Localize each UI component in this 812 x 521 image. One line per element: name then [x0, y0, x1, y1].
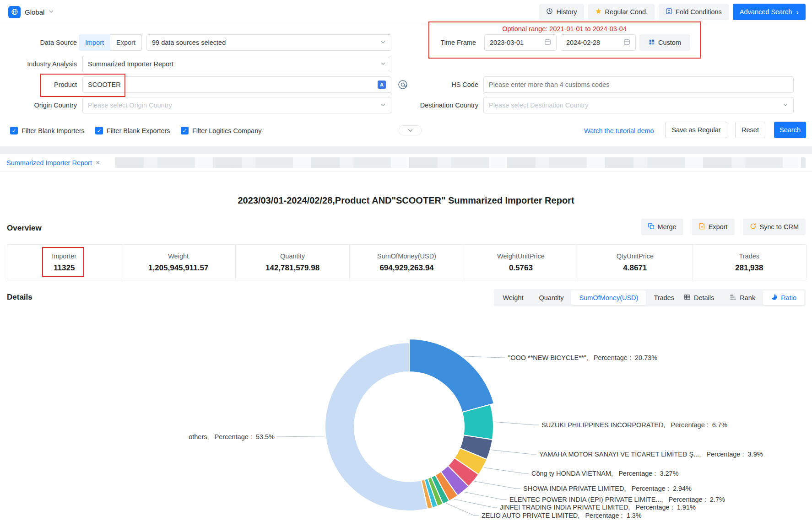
filter-logistics-company-checkbox[interactable]: ✓ Filter Logitics Company	[181, 127, 262, 134]
stat-label: Quantity	[280, 252, 305, 260]
origin-country-placeholder: Please select Origin Country	[88, 102, 377, 109]
stat-weight-unit-price: WeightUnitPrice 0.5763	[464, 245, 578, 280]
start-date-input[interactable]: 2023-03-01	[484, 34, 557, 51]
stat-label: QtyUnitPrice	[617, 252, 654, 260]
merge-icon	[648, 223, 655, 231]
sync-to-crm-button[interactable]: Sync to CRM	[743, 219, 806, 235]
label-line	[491, 450, 536, 454]
label-line	[494, 422, 539, 425]
export-tab[interactable]: Export	[110, 34, 142, 51]
data-sources-value: 99 data sources selected	[152, 39, 377, 46]
view-tab-rank[interactable]: Rank	[722, 290, 763, 305]
stat-trades: Trades 281,938	[692, 245, 806, 280]
custom-label: Custom	[658, 39, 681, 46]
history-button[interactable]: History	[539, 4, 584, 20]
stat-value: 0.5763	[509, 263, 533, 273]
regular-cond-label: Regular Cond.	[605, 8, 648, 16]
product-field: A	[82, 76, 391, 93]
view-tab-group: Details Rank Ratio	[675, 289, 806, 306]
export-button[interactable]: Export	[692, 219, 735, 235]
industry-analysis-label: Industry Analysis	[0, 59, 77, 69]
start-date-value: 2023-03-01	[490, 39, 541, 46]
region-label: Global	[25, 8, 44, 16]
destination-country-placeholder: Please select Destination Country	[489, 102, 779, 109]
history-label: History	[556, 8, 577, 16]
search-button[interactable]: Search	[774, 122, 806, 138]
end-date-input[interactable]: 2024-02-28	[561, 34, 636, 51]
industry-analysis-select[interactable]: Summarized Importer Report	[82, 56, 391, 72]
stats-card: Importer 11325 Weight 1,205,945,911.57 Q…	[7, 244, 807, 280]
region-selector[interactable]: Global	[8, 6, 54, 18]
label-line	[463, 356, 505, 358]
fold-conditions-label: Fold Conditions	[676, 8, 722, 16]
topbar-actions: History Regular Cond. Fold Conditions Ad…	[539, 4, 806, 20]
chevron-down-icon	[380, 60, 386, 68]
view-tab-label: Rank	[740, 294, 755, 301]
import-export-toggle: Import Export	[79, 34, 142, 51]
merge-button[interactable]: Merge	[641, 219, 683, 235]
stat-value: 1,205,945,911.57	[148, 263, 208, 273]
pie-segment[interactable]	[409, 339, 494, 412]
checkbox-checked-icon: ✓	[95, 127, 103, 134]
checkbox-checked-icon: ✓	[181, 127, 189, 134]
sync-icon	[750, 223, 757, 231]
translate-icon[interactable]: A	[378, 81, 386, 89]
product-input[interactable]	[88, 81, 374, 88]
globe-icon	[8, 6, 21, 18]
hs-code-field	[483, 76, 794, 93]
view-tab-ratio[interactable]: Ratio	[763, 290, 804, 305]
label-line	[464, 492, 507, 500]
ratio-donut-chart: "OOO **NEW BICYCLE**", Percentage : 20.7…	[0, 309, 812, 521]
page: Global History Regular Cond. Fold Condit…	[0, 0, 812, 521]
collapse-conditions-button[interactable]	[399, 125, 422, 135]
chart-label: SHOWA INDIA PRIVATE LIMITED, Percentage …	[523, 484, 692, 493]
reset-button[interactable]: Reset	[735, 122, 765, 138]
save-as-regular-button[interactable]: Save as Regular	[665, 122, 727, 138]
chart-label: SUZUKI PHILIPPINES INCORPORATED, Percent…	[541, 420, 727, 430]
origin-country-select[interactable]: Please select Origin Country	[82, 97, 391, 113]
stat-quantity: Quantity 142,781,579.98	[235, 245, 349, 280]
section-divider-band	[0, 146, 812, 154]
topbar: Global History Regular Cond. Fold Condit…	[0, 0, 812, 24]
history-icon	[546, 8, 553, 16]
hs-code-input[interactable]	[489, 81, 788, 88]
advanced-search-button[interactable]: Advanced Search ›	[733, 4, 806, 20]
stat-value: 11325	[54, 263, 75, 273]
close-icon[interactable]: ×	[96, 159, 100, 167]
calendar-icon	[623, 38, 630, 47]
stat-qty-unit-price: QtyUnitPrice 4.8671	[578, 245, 692, 280]
tutorial-demo-link[interactable]: Watch the tutorial demo	[584, 127, 654, 134]
metric-tab-sum-of-money[interactable]: SumOfMoney(USD)	[571, 290, 646, 305]
destination-country-select[interactable]: Please select Destination Country	[483, 97, 794, 113]
view-tab-details[interactable]: Details	[676, 290, 722, 305]
details-heading: Details	[7, 293, 32, 302]
stat-value: 694,929,263.94	[379, 263, 433, 273]
custom-range-button[interactable]: Custom	[639, 34, 690, 51]
tab-summarized-importer-report[interactable]: Summarized Importer Report ×	[4, 154, 103, 171]
view-tab-label: Ratio	[781, 294, 796, 301]
metric-tab-quantity[interactable]: Quantity	[531, 290, 571, 305]
chart-label: others, Percentage : 53.5%	[189, 432, 275, 441]
label-line	[475, 481, 520, 489]
export-label: Export	[709, 223, 728, 231]
metric-tab-weight[interactable]: Weight	[495, 290, 531, 305]
fold-conditions-button[interactable]: Fold Conditions	[659, 4, 729, 20]
label-line	[446, 503, 479, 516]
pie-icon	[771, 294, 778, 302]
data-sources-select[interactable]: 99 data sources selected	[146, 34, 391, 51]
stat-weight: Weight 1,205,945,911.57	[121, 245, 235, 280]
filter-blank-importers-checkbox[interactable]: ✓ Filter Blank Importers	[10, 127, 85, 134]
chevron-down-icon	[49, 8, 54, 16]
stat-value: 281,938	[735, 263, 763, 273]
custom-grid-icon	[649, 39, 655, 47]
data-source-label: Data Source	[0, 38, 77, 47]
chevron-down-icon	[783, 102, 788, 109]
table-icon	[684, 294, 691, 302]
industry-analysis-value: Summarized Importer Report	[88, 60, 377, 68]
advanced-search-label: Advanced Search	[740, 8, 792, 16]
regular-cond-button[interactable]: Regular Cond.	[588, 4, 655, 20]
import-tab[interactable]: Import	[79, 34, 110, 51]
filter-blank-exporters-checkbox[interactable]: ✓ Filter Blank Exporters	[95, 127, 170, 134]
stat-label: Importer	[52, 252, 76, 260]
stat-label: Trades	[739, 252, 759, 260]
